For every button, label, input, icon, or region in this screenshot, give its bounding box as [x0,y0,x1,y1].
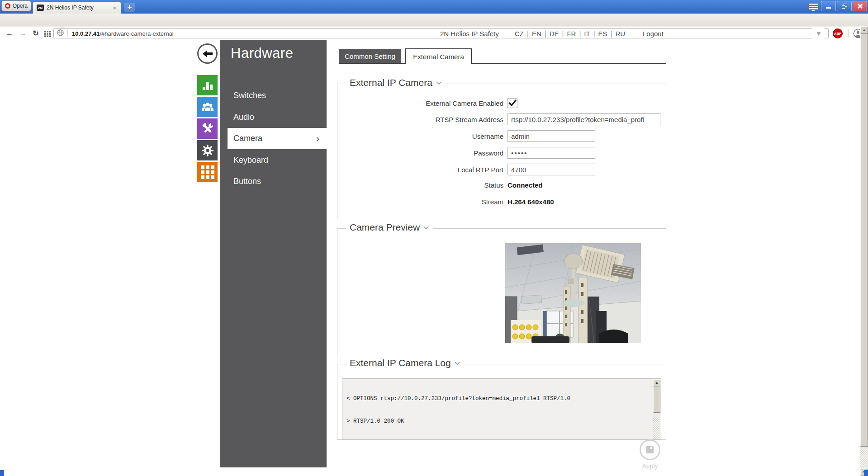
lang-it[interactable]: IT [584,30,590,38]
sidebar-section-status[interactable] [197,75,218,95]
sidebar-item-buttons[interactable]: Buttons [220,171,327,192]
users-icon [201,101,214,113]
status-value: Connected [508,181,543,189]
stream-value: H.264 640x480 [508,198,554,206]
scroll-up-icon[interactable]: ▲ [860,26,868,34]
lang-en[interactable]: EN [532,30,541,38]
checkmark-icon [508,99,517,107]
sidebar-title: Hardware [231,45,293,61]
enabled-label: External Camera Enabled [368,99,503,107]
log-line: < OPTIONS rtsp://10.0.27.233/profile?tok… [346,395,653,403]
window-bottom-edge [0,474,868,474]
opera-menu-button[interactable]: Opera [1,0,31,11]
window-minimize-button[interactable] [821,1,836,11]
rtsp-label: RTSP Stream Address [368,116,503,123]
sidebar-item-camera[interactable]: › Camera [228,128,327,149]
log-scroll-up-icon[interactable]: ▲ [653,379,660,386]
page-top-divider [0,26,860,27]
tab-favicon-icon: 2N [37,5,44,11]
local-rtp-port-input[interactable] [508,164,595,175]
collapse-chevron-icon[interactable] [455,362,460,365]
stream-label: Stream [368,198,503,206]
opera-panels-menu-icon[interactable] [808,4,821,11]
new-tab-button[interactable]: + [124,3,135,12]
sidebar-section-directory[interactable] [197,97,218,117]
lang-separator: | [527,30,529,38]
opera-logo-icon [5,3,10,9]
browser-titlebar: Opera 2N 2N Helios IP Safety × + [0,0,868,14]
external-camera-enabled-checkbox[interactable] [508,98,517,108]
window-border-corner [0,470,4,476]
lang-cz[interactable]: CZ [515,30,524,38]
rtsp-stream-address-input[interactable] [508,113,660,125]
restore-icon [842,4,847,9]
browser-back-icon[interactable]: ← [5,28,14,38]
browser-addressbar: ← → ↻ 10.0.27.41 /#hardware-camera-exter… [0,14,868,26]
browser-forward-icon[interactable]: → [18,28,28,38]
product-title: 2N Helios IP Safety [440,30,499,38]
window-restore-button[interactable] [837,1,852,11]
browser-tab[interactable]: 2N 2N Helios IP Safety × [33,1,121,14]
sidebar-section-hardware[interactable] [197,118,218,139]
section-title: Camera Preview [346,222,433,233]
adblock-badge[interactable]: ABP [833,28,843,38]
username-label: Username [368,132,503,140]
sidebar-panel: Hardware Switches Audio › Camera Keyboar… [220,40,327,467]
browser-scrollbar[interactable]: ▲ ▼ [860,26,868,476]
lang-es[interactable]: ES [598,30,607,38]
sidebar-section-system[interactable] [197,162,218,182]
globe-icon [57,29,64,38]
sidebar-item-switches[interactable]: Switches [220,85,327,106]
tab-external-camera[interactable]: External Camera [405,48,472,64]
log-scrollbar[interactable]: ▲ [653,379,660,439]
tools-icon [201,123,214,135]
section-title: External IP Camera [346,77,446,88]
log-line: > RTSP/1.0 200 OK [346,418,653,425]
tab-title: 2N Helios IP Safety [47,5,109,11]
toolbar-divider [849,29,849,38]
sidebar-item-label: Camera [233,134,262,143]
log-scroll-thumb[interactable] [653,386,660,413]
username-input[interactable] [508,130,595,142]
section-title-text: External IP Camera Log [350,358,451,368]
password-label: Password [368,149,503,157]
lang-ru[interactable]: RU [615,30,625,38]
section-title: External IP Camera Log [346,358,464,368]
camera-log-text: < OPTIONS rtsp://10.0.27.233/profile?tok… [342,379,653,440]
status-label: Status [368,181,503,189]
sidebar-item-audio[interactable]: Audio [220,107,327,128]
lang-de[interactable]: DE [550,30,559,38]
lang-separator: | [611,30,612,38]
tabs-underline [339,63,666,64]
url-path: /#hardware-camera-external [100,30,173,37]
window-close-button[interactable] [853,1,867,11]
back-button[interactable] [197,43,218,64]
section-title-text: External IP Camera [350,77,432,88]
lang-fr[interactable]: FR [567,30,576,38]
grid-icon [201,165,214,179]
apply-button[interactable] [640,439,660,460]
bar-chart-icon [202,80,213,91]
back-arrow-icon [202,48,213,60]
lang-separator: | [579,30,581,38]
collapse-chevron-icon[interactable] [436,81,441,85]
tab-close-icon[interactable]: × [112,5,117,11]
logout-link[interactable]: Logout [643,30,664,38]
speed-dial-icon[interactable] [43,30,52,40]
lang-separator: | [545,30,546,38]
tab-common-setting[interactable]: Common Setting [339,49,401,63]
camera-preview-image [505,243,641,343]
save-floppy-icon [645,445,655,454]
opera-button-label: Opera [13,3,28,9]
password-input[interactable] [508,147,595,159]
bookmark-heart-icon[interactable]: ♥ [812,28,825,38]
local-rtp-port-label: Local RTP Port [368,166,503,174]
browser-reload-icon[interactable]: ↻ [31,28,41,38]
scroll-thumb[interactable] [860,34,868,447]
sidebar-section-services[interactable] [197,140,218,160]
sidebar-item-keyboard[interactable]: Keyboard [220,150,327,171]
minimize-icon [826,7,831,9]
apply-label: Apply [635,462,665,470]
collapse-chevron-icon[interactable] [423,226,429,229]
lang-separator: | [562,30,564,38]
